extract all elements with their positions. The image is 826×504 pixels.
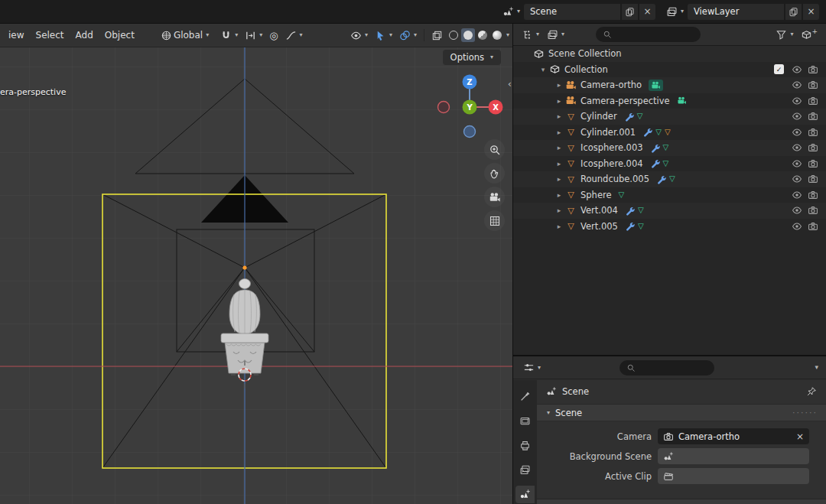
- hide-eye-icon[interactable]: [792, 64, 802, 75]
- disable-render-camera-icon[interactable]: [808, 127, 818, 138]
- proportional-edit-toggle[interactable]: ◎: [266, 29, 281, 42]
- display-mode-dropdown[interactable]: ▾: [545, 28, 567, 42]
- modifier-wrench-icon[interactable]: [625, 221, 635, 231]
- outliner-item-label[interactable]: Sphere: [580, 190, 612, 200]
- editor-type-dropdown[interactable]: ▾: [519, 28, 541, 42]
- modifier-wrench-icon[interactable]: [625, 206, 635, 216]
- outliner-row-camera-perspective[interactable]: ▸Camera-perspective: [513, 93, 826, 109]
- mesh-data-icon[interactable]: ▽: [663, 144, 669, 151]
- modifier-wrench-icon[interactable]: [656, 174, 666, 184]
- viewport-canvas-area[interactable]: Z X Y Options ▾ era-perspective ‹: [0, 47, 512, 504]
- shading-wireframe-button[interactable]: [447, 28, 460, 42]
- outliner-item-label[interactable]: Vert.005: [580, 221, 618, 232]
- browse-scene-button[interactable]: ▾: [499, 4, 523, 20]
- outliner-item-label[interactable]: Collection: [564, 64, 608, 75]
- mesh-data-icon[interactable]: ▽: [669, 175, 675, 183]
- viewlayer-name-field[interactable]: ViewLayer: [688, 4, 784, 20]
- outliner-item-label[interactable]: Icosphere.003: [580, 142, 643, 153]
- mesh-data-icon[interactable]: ▽: [619, 191, 625, 199]
- chevron-down-icon[interactable]: ▾: [815, 364, 818, 371]
- active-camera-data-badge[interactable]: [649, 80, 663, 91]
- outliner-item-label[interactable]: Camera-ortho: [580, 80, 642, 90]
- hide-eye-icon[interactable]: [792, 205, 802, 216]
- disable-render-camera-icon[interactable]: [808, 174, 818, 184]
- unlink-scene-button[interactable]: ×: [639, 4, 655, 20]
- disclosure-triangle-icon[interactable]: ▸: [553, 160, 565, 167]
- tab-view-layer[interactable]: [515, 461, 535, 479]
- hide-eye-icon[interactable]: [792, 111, 802, 122]
- scene-panel-header[interactable]: ▾ Scene ······: [537, 404, 826, 421]
- disclosure-triangle-icon[interactable]: ▸: [553, 144, 565, 151]
- outliner-row-vert-004[interactable]: ▸▽Vert.004▽: [513, 203, 826, 219]
- outliner-row-icosphere-003[interactable]: ▸▽Icosphere.003▽: [513, 140, 826, 156]
- new-viewlayer-button[interactable]: [785, 4, 802, 20]
- disable-render-camera-icon[interactable]: [808, 96, 818, 106]
- menu-select[interactable]: Select: [31, 28, 70, 43]
- outliner-row-vert-005[interactable]: ▸▽Vert.005▽: [513, 219, 826, 235]
- menu-object[interactable]: Object: [99, 28, 140, 43]
- disable-render-camera-icon[interactable]: [808, 221, 818, 232]
- shading-solid-button[interactable]: [461, 28, 475, 42]
- hide-eye-icon[interactable]: [792, 221, 802, 232]
- options-dropdown[interactable]: Options ▾: [443, 50, 501, 65]
- visibility-dropdown[interactable]: ▾: [347, 28, 371, 43]
- hide-eye-icon[interactable]: [792, 190, 802, 200]
- pan-button[interactable]: [484, 163, 505, 184]
- toggle-orthographic-button[interactable]: [484, 210, 505, 231]
- outliner-row-camera-ortho[interactable]: ▸Camera-ortho: [513, 77, 826, 93]
- selected-camera-origin-dot[interactable]: [242, 265, 246, 269]
- tab-tool[interactable]: [515, 388, 535, 405]
- hide-eye-icon[interactable]: [792, 142, 802, 153]
- gizmos-dropdown[interactable]: ▾: [372, 28, 395, 43]
- outliner-row-sphere[interactable]: ▸▽Sphere▽: [513, 187, 826, 203]
- disable-render-camera-icon[interactable]: [808, 64, 818, 75]
- zoom-button[interactable]: [484, 139, 505, 160]
- disable-render-camera-icon[interactable]: [808, 142, 818, 153]
- active-clip-field[interactable]: [658, 468, 809, 484]
- hide-eye-icon[interactable]: [792, 96, 802, 106]
- disclosure-triangle-icon[interactable]: ▸: [553, 191, 565, 199]
- camera-view-button[interactable]: [484, 187, 505, 207]
- xray-toggle[interactable]: [428, 28, 446, 43]
- hide-eye-icon[interactable]: [792, 158, 802, 169]
- menu-view[interactable]: iew: [3, 28, 30, 43]
- outliner-item-label[interactable]: Vert.004: [580, 205, 618, 216]
- outliner-item-label[interactable]: Camera-perspective: [580, 96, 670, 106]
- transform-orientation-dropdown[interactable]: Global ▾: [158, 28, 212, 43]
- gizmo-minus-z-ball[interactable]: [464, 126, 476, 138]
- remove-viewlayer-button[interactable]: ×: [803, 4, 819, 20]
- disclosure-triangle-icon[interactable]: ▸: [553, 206, 565, 214]
- properties-search-input[interactable]: [620, 360, 714, 376]
- snap-toggle[interactable]: ▾: [217, 28, 241, 43]
- collection-checkbox[interactable]: ✓: [774, 64, 784, 74]
- modifier-wrench-icon[interactable]: [642, 127, 652, 137]
- modifier-wrench-icon[interactable]: [624, 112, 634, 122]
- background-scene-field[interactable]: [658, 448, 809, 464]
- outliner-item-label[interactable]: Icosphere.004: [580, 158, 643, 169]
- tab-output[interactable]: [515, 437, 535, 454]
- disable-render-camera-icon[interactable]: [808, 111, 818, 122]
- hide-eye-icon[interactable]: [792, 80, 802, 90]
- modifier-wrench-icon[interactable]: [650, 143, 660, 153]
- snap-target-dropdown[interactable]: ▾: [242, 28, 265, 43]
- modifier-wrench-icon[interactable]: [650, 158, 660, 168]
- disable-render-camera-icon[interactable]: [808, 190, 818, 200]
- outliner-item-label[interactable]: Roundcube.005: [580, 174, 649, 184]
- 3d-scene[interactable]: Z X Y: [0, 47, 512, 504]
- outliner-row-collection[interactable]: ▾Collection✓: [513, 62, 826, 78]
- mesh-data-icon[interactable]: ▽: [638, 223, 644, 230]
- new-collection-button[interactable]: +: [798, 28, 820, 42]
- disable-render-camera-icon[interactable]: [808, 205, 818, 216]
- disable-render-camera-icon[interactable]: [808, 158, 818, 169]
- new-scene-button[interactable]: [622, 4, 638, 20]
- pin-button[interactable]: [806, 386, 817, 397]
- mesh-data-icon[interactable]: ▽: [663, 160, 669, 167]
- editor-type-dropdown[interactable]: ▾: [521, 360, 543, 375]
- overlays-dropdown[interactable]: ▾: [396, 28, 420, 43]
- outliner-row-cylinder[interactable]: ▸▽Cylinder▽: [513, 109, 826, 125]
- filter-dropdown[interactable]: ▾: [773, 28, 795, 42]
- gizmo-minus-x-ball[interactable]: [438, 102, 450, 113]
- clear-icon[interactable]: ×: [796, 431, 804, 442]
- outliner-row-icosphere-004[interactable]: ▸▽Icosphere.004▽: [513, 156, 826, 172]
- browse-viewlayer-button[interactable]: ▾: [663, 4, 687, 20]
